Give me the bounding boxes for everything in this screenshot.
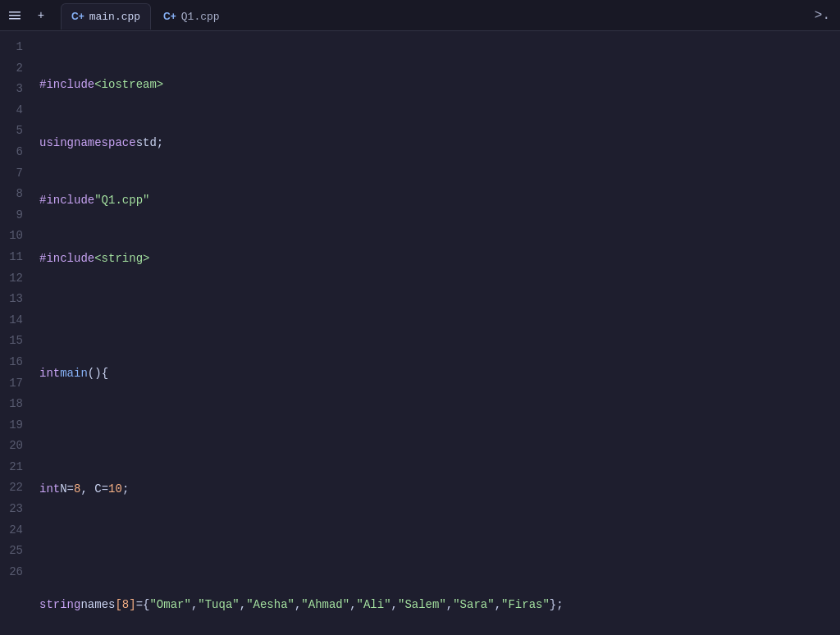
code-line-4: #include <string> — [39, 248, 840, 269]
svg-rect-0 — [9, 11, 21, 13]
new-tab-button[interactable]: + — [30, 4, 52, 27]
editor-area: 1 2 3 4 5 6 7 8 9 10 11 12 13 14 15 16 1… — [0, 31, 840, 635]
cpp-icon: C+ — [71, 11, 84, 22]
tab-q1-cpp[interactable]: C+ Q1.cpp — [153, 3, 231, 30]
code-line-1: #include <iostream> — [39, 75, 840, 96]
line-numbers: 1 2 3 4 5 6 7 8 9 10 11 12 13 14 15 16 1… — [0, 31, 33, 635]
code-content[interactable]: #include <iostream> using namespace std;… — [33, 31, 840, 635]
tab-main-cpp[interactable]: C+ main.cpp — [61, 3, 151, 30]
code-line-8: int N=8, C=10; — [39, 478, 840, 500]
svg-rect-2 — [9, 18, 21, 20]
code-line-9 — [39, 537, 840, 558]
code-line-10: string names[8]={"Omar","Tuqa","Aesha","… — [39, 594, 840, 615]
code-line-2: using namespace std; — [39, 132, 840, 153]
code-line-5 — [39, 305, 840, 327]
code-line-3: #include "Q1.cpp" — [39, 190, 840, 212]
svg-rect-1 — [9, 15, 21, 16]
tab-main-cpp-label: main.cpp — [89, 11, 140, 23]
cpp-icon-2: C+ — [163, 11, 176, 22]
code-line-6: int main(){ — [39, 363, 840, 385]
tab-bar: + C+ main.cpp C+ Q1.cpp >. — [0, 0, 840, 31]
code-line-7 — [39, 421, 840, 442]
hamburger-icon[interactable] — [3, 4, 26, 27]
more-options-icon[interactable]: >. — [815, 8, 830, 23]
tab-q1-cpp-label: Q1.cpp — [181, 11, 220, 23]
